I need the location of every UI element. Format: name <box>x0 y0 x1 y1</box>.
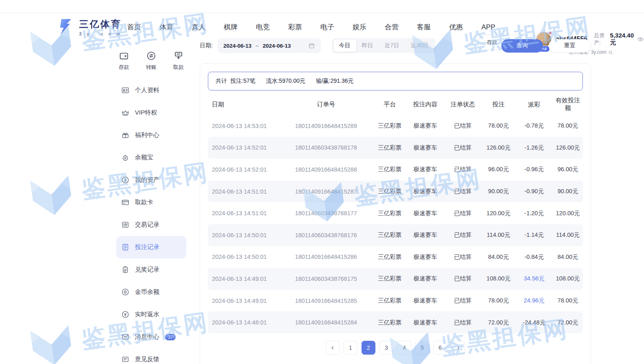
top-strip <box>0 0 644 13</box>
pagination-page-1[interactable]: 1 <box>344 341 357 355</box>
cell-content: 极速赛车 <box>407 231 444 239</box>
cell-valid: 108.00元 <box>553 275 583 282</box>
col-order: 订单号 <box>279 101 373 108</box>
filter-bar: 日期: 2024-06-13 ~ 2024-06-13 今日昨日近7日近30日 … <box>200 38 591 54</box>
nav-item-11[interactable]: 优惠 <box>449 22 463 32</box>
assets-icon <box>121 176 130 184</box>
cell-date: 2024-06-13 14:50:01 <box>208 254 279 260</box>
nav-item-7[interactable]: 电子 <box>320 22 334 32</box>
pagination-page-5[interactable]: 5 <box>415 341 429 355</box>
quick-range-1[interactable]: 今日 <box>333 40 356 52</box>
table-row: 2024-06-13 14:50:011801140916648415286三亿… <box>208 246 583 268</box>
pagination-page-3[interactable]: 3 <box>379 341 393 355</box>
quick-range-2[interactable]: 昨日 <box>356 40 379 52</box>
sidebar-item-9[interactable]: 兑奖记录 <box>116 258 186 281</box>
sidebar-item-2[interactable]: VIP特权 <box>116 101 186 124</box>
sidebar-item-6[interactable]: 取款卡 <box>116 191 186 214</box>
quick-range-3[interactable]: 近7日 <box>379 40 405 52</box>
quick-range-4[interactable]: 近30日 <box>405 40 434 52</box>
cell-content: 极速赛车 <box>407 297 444 304</box>
eye-icon[interactable] <box>637 36 644 43</box>
sidebar-item-8[interactable]: 投注记录 <box>116 236 186 258</box>
sidebar-item-label: 我的资产 <box>135 176 159 184</box>
cell-order: 1801140603438768175 <box>279 276 373 282</box>
assets-label: 总资产: <box>594 32 607 46</box>
nav-item-6[interactable]: 彩票 <box>288 22 302 32</box>
pagination-prev-button[interactable]: ‹ <box>326 341 340 355</box>
date-filter-label: 日期: <box>200 42 213 49</box>
sidebar-item-label: 投注记录 <box>135 243 159 251</box>
pagination-next-button[interactable]: › <box>451 341 465 355</box>
sidebar-item-label: 个人资料 <box>135 86 159 94</box>
pagination-page-2[interactable]: 2 <box>362 341 375 355</box>
cell-order: 1801140916648415288 <box>279 166 373 173</box>
cell-order: 1801140603438768176 <box>279 232 373 238</box>
cell-platform: 三亿彩票 <box>373 253 407 261</box>
sidebar-item-12[interactable]: 消息中心37 <box>116 326 186 348</box>
date-to-value[interactable]: 2024-06-13 <box>263 43 291 49</box>
cell-platform: 三亿彩票 <box>373 319 407 326</box>
quick-action-label: 转账 <box>146 64 157 71</box>
assets-value: 5,324.40元 <box>610 32 634 46</box>
summary-prefix: 共计 <box>216 77 227 85</box>
sidebar: 存款转账取款 个人资料VIP特权福利中心余额宝我的资产取款卡交易记录投注记录兑奖… <box>116 49 186 364</box>
feedback-icon <box>121 355 130 364</box>
reset-button[interactable]: 重置 <box>549 39 591 53</box>
savings-icon <box>121 153 130 162</box>
quick-action-3[interactable]: 取款 <box>173 51 184 71</box>
unread-count-badge: 37 <box>165 334 176 340</box>
cell-payout: -0.90元 <box>515 188 553 195</box>
quick-action-label: 存款 <box>119 64 129 71</box>
nav-item-12[interactable]: APP <box>481 23 495 31</box>
cell-order: 1801140916648415287 <box>279 188 373 195</box>
table-row: 2024-06-13 14:50:011801140603438768176三亿… <box>208 224 583 246</box>
sidebar-item-10[interactable]: 金币余额 <box>116 281 186 303</box>
wallet-icon <box>119 51 129 61</box>
nav-item-10[interactable]: 客服 <box>417 22 431 32</box>
watermark-shield-icon <box>24 316 79 364</box>
calendar-icon[interactable] <box>291 42 315 49</box>
sidebar-item-5[interactable]: 我的资产 <box>116 169 186 191</box>
search-button[interactable]: 查询 <box>501 39 543 53</box>
nav-item-2[interactable]: 体育 <box>159 22 173 32</box>
table-row: 2024-06-13 14:48:011801140916648415284三亿… <box>208 311 583 333</box>
cell-order: 1801140916648415286 <box>279 254 373 260</box>
cell-status: 已结算 <box>444 275 482 282</box>
pagination-page-6[interactable]: 6 <box>433 341 447 355</box>
nav-item-1[interactable]: 首页 <box>127 22 141 32</box>
quick-action-label: 取款 <box>173 64 184 71</box>
nav-item-9[interactable]: 合营 <box>385 22 399 32</box>
cell-bet: 78.00元 <box>482 122 516 130</box>
date-range-input[interactable]: 2024-06-13 ~ 2024-06-13 <box>218 38 321 53</box>
sidebar-item-7[interactable]: 交易记录 <box>116 214 186 236</box>
nav-item-5[interactable]: 电竞 <box>256 22 270 32</box>
sidebar-item-3[interactable]: 福利中心 <box>116 124 186 146</box>
sidebar-item-label: 取款卡 <box>135 199 153 206</box>
cell-date: 2024-06-13 14:48:01 <box>208 319 279 326</box>
nav-item-3[interactable]: 真人 <box>192 22 205 32</box>
cell-order: 1801140916648415289 <box>279 123 373 129</box>
nav-item-8[interactable]: 娱乐 <box>353 22 366 32</box>
quick-action-2[interactable]: 转账 <box>146 51 157 71</box>
mail-icon <box>121 333 130 341</box>
sidebar-item-4[interactable]: 余额宝 <box>116 146 186 169</box>
date-from-value[interactable]: 2024-06-13 <box>223 43 251 49</box>
page: 三亿体育 3 y . c o m 首页体育真人棋牌电竞彩票电子娱乐合营客服优惠A… <box>0 0 644 364</box>
cell-status: 已结算 <box>444 188 482 195</box>
pagination-page-4[interactable]: 4 <box>397 341 411 355</box>
cell-order: 1801140916648415285 <box>279 298 373 304</box>
site-logo[interactable]: 三亿体育 3 y . c o m <box>56 18 122 36</box>
search-icon[interactable] <box>608 50 613 55</box>
sidebar-item-1[interactable]: 个人资料 <box>116 79 186 101</box>
cell-valid: 90.00元 <box>553 188 583 195</box>
cell-order: 1801140603438768178 <box>279 144 373 151</box>
quick-action-1[interactable]: 存款 <box>119 51 129 71</box>
cell-status: 已结算 <box>444 231 482 239</box>
sidebar-item-11[interactable]: 实时返水 <box>116 303 186 326</box>
cell-content: 极速赛车 <box>407 122 444 130</box>
col-valid: 有效投注额 <box>553 97 583 112</box>
sidebar-item-13[interactable]: 意见反馈 <box>116 348 186 364</box>
redeem-icon <box>121 265 130 274</box>
main-nav: 首页体育真人棋牌电竞彩票电子娱乐合营客服优惠APP <box>127 22 514 32</box>
nav-item-4[interactable]: 棋牌 <box>224 22 238 32</box>
